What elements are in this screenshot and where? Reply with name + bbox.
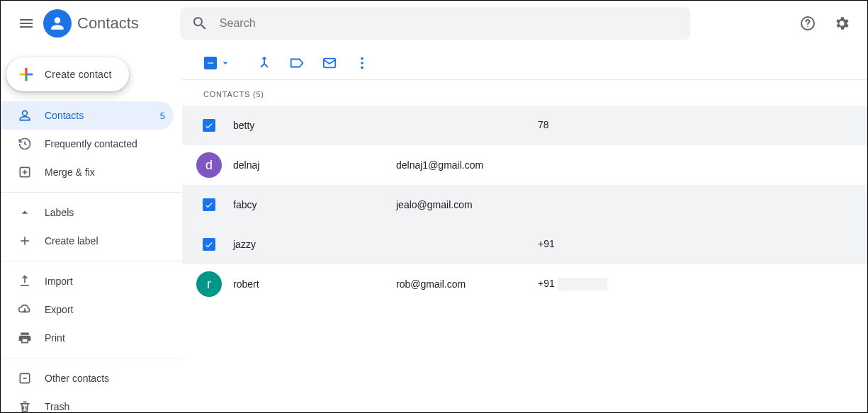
app-logo [43, 9, 72, 38]
row-checkbox[interactable] [195, 191, 223, 219]
nav-label: Export [45, 304, 73, 315]
label-icon [289, 55, 305, 71]
contact-row[interactable]: betty78 [182, 106, 867, 145]
divider [1, 192, 182, 193]
main-menu-button[interactable] [12, 9, 40, 38]
svg-point-6 [361, 62, 363, 64]
app-title: Contacts [77, 14, 139, 33]
archive-icon [18, 371, 32, 385]
email-button[interactable] [315, 49, 344, 77]
nav-label: Import [45, 276, 73, 287]
print-icon [18, 331, 32, 345]
row-checkbox[interactable]: d [195, 151, 223, 179]
redacted-phone [558, 278, 607, 290]
divider [1, 358, 182, 358]
svg-point-5 [361, 57, 363, 60]
check-icon [204, 239, 214, 249]
contact-name: fabcy [233, 199, 396, 210]
svg-point-1 [807, 26, 808, 28]
contact-row[interactable]: fabcyjealo@gmail.com [182, 185, 867, 225]
sidebar-item-contacts[interactable]: Contacts 5 [1, 101, 174, 130]
create-contact-button[interactable]: Create contact [6, 57, 129, 91]
gear-icon [833, 15, 850, 32]
sidebar-item-export[interactable]: Export [1, 295, 182, 324]
redacted-phone [552, 119, 602, 132]
sidebar-item-other-contacts[interactable]: Other contacts [1, 364, 182, 392]
contact-name: jazzy [233, 239, 396, 250]
sidebar-item-import[interactable]: Import [1, 267, 182, 295]
hamburger-icon [18, 15, 35, 32]
contact-row[interactable]: jazzy+91 [182, 225, 867, 264]
contact-avatar: r [196, 271, 222, 297]
contact-email: rob@gmail.com [396, 278, 538, 290]
contact-row[interactable]: ddelnajdelnaj1@gmail.com [182, 145, 867, 185]
settings-button[interactable] [828, 9, 856, 38]
cloud-download-icon [18, 302, 32, 317]
sidebar-item-print[interactable]: Print [1, 324, 182, 352]
indeterminate-icon [205, 58, 215, 68]
history-icon [18, 137, 32, 151]
search-icon [191, 15, 208, 32]
more-vert-icon [354, 55, 370, 71]
list-heading: CONTACTS (5) [182, 80, 867, 106]
nav-label: Merge & fix [45, 166, 165, 178]
chevron-up-icon [18, 205, 32, 220]
label-button[interactable] [283, 49, 311, 77]
contact-name: robert [233, 278, 396, 290]
sidebar-item-trash[interactable]: Trash [1, 392, 182, 413]
svg-point-7 [361, 66, 363, 69]
row-checkbox[interactable] [195, 111, 223, 140]
search-input[interactable] [218, 16, 679, 30]
help-icon [799, 15, 816, 32]
nav-label: Other contacts [45, 373, 109, 384]
selection-toolbar [182, 46, 867, 80]
contact-row[interactable]: rrobertrob@gmail.com+91 [182, 264, 867, 304]
redacted-phone [558, 238, 607, 251]
contact-name: betty [233, 120, 396, 131]
merge-contacts-button[interactable] [250, 49, 278, 77]
nav-label: Frequently contacted [45, 138, 165, 149]
upload-icon [18, 274, 32, 288]
sidebar-item-frequent[interactable]: Frequently contacted [1, 130, 174, 158]
contacts-list: betty78ddelnajdelnaj1@gmail.comfabcyjeal… [182, 106, 867, 304]
contact-email: jealo@gmail.com [396, 199, 538, 210]
contact-name: delnaj [233, 159, 396, 171]
selection-dropdown[interactable] [203, 49, 232, 77]
create-label-label: Create label [45, 235, 98, 247]
labels-section-toggle[interactable]: Labels [1, 198, 182, 227]
help-button[interactable] [794, 9, 822, 38]
person-outline-icon [18, 108, 32, 123]
app-header: Contacts [1, 1, 867, 46]
person-icon [48, 14, 67, 33]
main-panel: CONTACTS (5) betty78ddelnajdelnaj1@gmail… [182, 46, 867, 412]
row-checkbox[interactable]: r [195, 270, 223, 298]
nav-count: 5 [160, 111, 165, 121]
contact-phone: 78 [538, 119, 623, 132]
more-actions-button[interactable] [348, 49, 376, 77]
trash-icon [18, 400, 32, 413]
merge-icon [18, 165, 32, 179]
divider [1, 261, 182, 261]
search-box[interactable] [180, 7, 690, 40]
create-label-button[interactable]: Create label [1, 227, 182, 255]
create-contact-label: Create contact [45, 69, 112, 80]
plus-multicolor-icon [16, 64, 36, 84]
contact-email: delnaj1@gmail.com [396, 159, 538, 171]
nav-label: Print [45, 332, 65, 344]
nav-label: Trash [45, 401, 69, 412]
contact-phone: +91 [538, 238, 623, 251]
contact-phone: +91 [538, 278, 623, 290]
labels-heading: Labels [45, 207, 74, 218]
caret-down-icon [220, 57, 231, 69]
sidebar: Create contact Contacts 5 Frequently con… [1, 46, 182, 412]
check-icon [204, 200, 214, 210]
plus-icon [18, 234, 32, 248]
contact-avatar: d [196, 152, 222, 178]
merge-arrows-icon [257, 55, 272, 71]
check-icon [204, 120, 214, 130]
mail-icon [322, 55, 337, 71]
nav-label: Contacts [45, 110, 160, 121]
sidebar-item-merge[interactable]: Merge & fix [1, 158, 174, 186]
row-checkbox[interactable] [195, 230, 223, 259]
